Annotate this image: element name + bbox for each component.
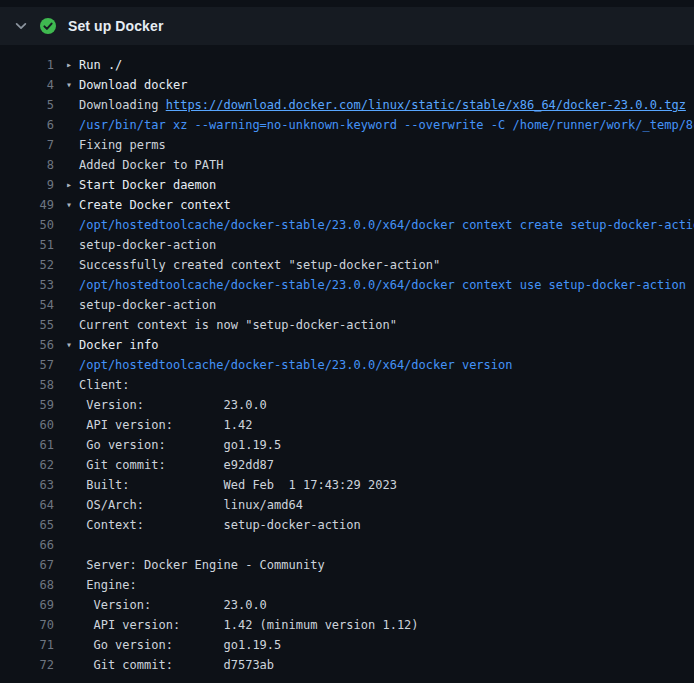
line-number[interactable]: 9 [0,175,54,195]
line-number[interactable]: 55 [0,315,54,335]
log-row: 52Successfully created context "setup-do… [0,255,694,275]
line-content: Go version: go1.19.5 [66,635,281,655]
line-number[interactable]: 6 [0,115,54,135]
line-content: Git commit: d7573ab [66,655,274,675]
step-title: Set up Docker [68,18,163,34]
log-row: 65 Context: setup-docker-action [0,515,694,535]
group-chevron-right-icon[interactable]: ▸ [66,175,79,195]
line-number[interactable]: 63 [0,475,54,495]
log-row: 60 API version: 1.42 [0,415,694,435]
line-content: /usr/bin/tar xz --warning=no-unknown-key… [66,115,694,135]
log-row: 72 Git commit: d7573ab [0,655,694,675]
line-content: Version: 23.0.0 [66,395,267,415]
line-number[interactable]: 8 [0,155,54,175]
log-text: /opt/hostedtoolcache/docker-stable/23.0.… [79,215,694,235]
line-number[interactable]: 49 [0,195,54,215]
log-text: setup-docker-action [79,235,216,255]
log-row: 53/opt/hostedtoolcache/docker-stable/23.… [0,275,694,295]
line-number[interactable]: 57 [0,355,54,375]
line-number[interactable]: 56 [0,335,54,355]
line-number[interactable]: 68 [0,575,54,595]
log-text: API version: 1.42 (minimum version 1.12) [79,615,419,635]
line-number[interactable]: 54 [0,295,54,315]
log-row: 59 Version: 23.0.0 [0,395,694,415]
line-number[interactable]: 1 [0,55,54,75]
log-text: Docker info [79,335,158,355]
line-number[interactable]: 53 [0,275,54,295]
line-number[interactable]: 66 [0,535,54,555]
log-text: Fixing perms [79,135,166,155]
line-content: /opt/hostedtoolcache/docker-stable/23.0.… [66,215,694,235]
line-number[interactable]: 70 [0,615,54,635]
chevron-down-icon[interactable] [14,19,28,33]
line-content: Server: Docker Engine - Community [66,555,325,575]
line-content: Version: 23.0.0 [66,595,267,615]
line-number[interactable]: 5 [0,95,54,115]
line-number[interactable]: 4 [0,75,54,95]
log-text: Start Docker daemon [79,175,216,195]
log-row: 68 Engine: [0,575,694,595]
log-row: 57/opt/hostedtoolcache/docker-stable/23.… [0,355,694,375]
log-link[interactable]: https://download.docker.com/linux/static… [166,95,686,115]
log-group-row[interactable]: 1▸Run ./ [0,55,694,75]
log-row: 51setup-docker-action [0,235,694,255]
log-row: 7Fixing perms [0,135,694,155]
line-number[interactable]: 67 [0,555,54,575]
log-row: 70 API version: 1.42 (minimum version 1.… [0,615,694,635]
line-number[interactable]: 60 [0,415,54,435]
group-chevron-down-icon[interactable]: ▾ [66,335,79,355]
line-content: ▾Create Docker context [66,195,231,215]
success-check-icon [40,18,56,34]
line-number[interactable]: 7 [0,135,54,155]
line-number[interactable]: 64 [0,495,54,515]
line-number[interactable]: 52 [0,255,54,275]
line-content: Added Docker to PATH [66,155,224,175]
line-content: /opt/hostedtoolcache/docker-stable/23.0.… [66,275,686,295]
log-group-row[interactable]: 56▾Docker info [0,335,694,355]
log-text: Current context is now "setup-docker-act… [79,315,397,335]
line-content: Engine: [66,575,137,595]
log-group-row[interactable]: 9▸Start Docker daemon [0,175,694,195]
log-row: 66 [0,535,694,555]
log-group-row[interactable]: 4▾Download docker [0,75,694,95]
line-content: API version: 1.42 [66,415,252,435]
log-text: Download docker [79,75,187,95]
line-number[interactable]: 62 [0,455,54,475]
line-content: Fixing perms [66,135,166,155]
line-number[interactable]: 69 [0,595,54,615]
line-content: Client: [66,375,130,395]
log-text: Run ./ [79,55,122,75]
log-row: 50/opt/hostedtoolcache/docker-stable/23.… [0,215,694,235]
group-chevron-down-icon[interactable]: ▾ [66,195,79,215]
success-check-icon-svg [40,18,56,34]
line-number[interactable]: 71 [0,635,54,655]
line-number[interactable]: 65 [0,515,54,535]
step-header[interactable]: Set up Docker [0,7,694,45]
line-content: setup-docker-action [66,295,216,315]
log-text: Successfully created context "setup-dock… [79,255,440,275]
log-text: setup-docker-action [79,295,216,315]
line-number[interactable]: 51 [0,235,54,255]
chevron-down-icon-svg [14,19,28,33]
line-content: Context: setup-docker-action [66,515,361,535]
group-chevron-right-icon[interactable]: ▸ [66,55,79,75]
log-row: 5Downloading https://download.docker.com… [0,95,694,115]
log-text: Engine: [79,575,137,595]
log-text: Go version: go1.19.5 [79,635,281,655]
log-row: 63 Built: Wed Feb 1 17:43:29 2023 [0,475,694,495]
log-text: Added Docker to PATH [79,155,224,175]
line-content: Go version: go1.19.5 [66,435,281,455]
log-text: Git commit: e92dd87 [79,455,274,475]
log-text: Client: [79,375,130,395]
log-row: 71 Go version: go1.19.5 [0,635,694,655]
group-chevron-down-icon[interactable]: ▾ [66,75,79,95]
line-content: ▸Start Docker daemon [66,175,216,195]
line-number[interactable]: 61 [0,435,54,455]
line-number[interactable]: 72 [0,655,54,675]
log-row: 61 Go version: go1.19.5 [0,435,694,455]
line-number[interactable]: 50 [0,215,54,235]
line-number[interactable]: 59 [0,395,54,415]
line-number[interactable]: 58 [0,375,54,395]
log-row: 64 OS/Arch: linux/amd64 [0,495,694,515]
log-group-row[interactable]: 49▾Create Docker context [0,195,694,215]
